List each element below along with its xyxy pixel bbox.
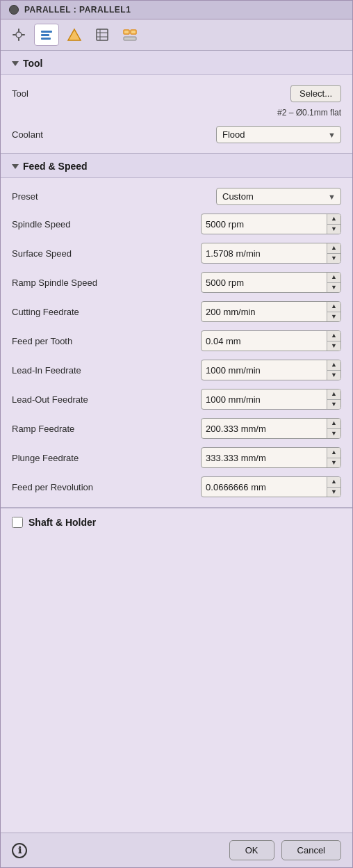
surface-speed-increment-button[interactable]: ▲ [327,243,340,254]
lead-in-feedrate-increment-button[interactable]: ▲ [327,360,340,371]
plunge-feedrate-spinbox-buttons: ▲ ▼ [327,448,340,467]
tool-select-button[interactable]: Select... [290,85,341,102]
feed-per-tooth-spinbox: ▲ ▼ [201,330,341,351]
footer: ℹ OK Cancel [1,833,352,867]
svg-rect-2 [18,38,19,41]
spindle-speed-increment-button[interactable]: ▲ [327,214,340,225]
window-close-icon[interactable] [9,5,19,15]
tab-passes[interactable] [34,24,59,46]
lead-out-feedrate-label: Lead-Out Feedrate [12,394,201,405]
ramp-feedrate-input[interactable] [202,421,327,437]
feed-per-revolution-control: ▲ ▼ [201,476,341,497]
spindle-speed-row: Spindle Speed ▲ ▼ [12,209,341,239]
ramp-spindle-speed-spinbox-buttons: ▲ ▼ [327,273,340,292]
ramp-spindle-speed-increment-button[interactable]: ▲ [327,273,340,283]
feed-per-revolution-row: Feed per Revolution ▲ ▼ [12,472,341,501]
spindle-speed-decrement-button[interactable]: ▼ [327,225,340,234]
tool-section-collapse-icon[interactable] [12,61,19,66]
tab-geometry[interactable] [62,24,87,46]
surface-speed-spinbox-buttons: ▲ ▼ [327,243,340,263]
tool-section-header: Tool [1,51,352,75]
feed-per-revolution-spinbox: ▲ ▼ [201,476,341,497]
surface-speed-spinbox: ▲ ▼ [201,243,341,264]
plunge-feedrate-decrement-button[interactable]: ▼ [327,458,340,468]
plunge-feedrate-control: ▲ ▼ [201,447,341,468]
lead-out-feedrate-spinbox-buttons: ▲ ▼ [327,389,340,409]
svg-rect-6 [41,34,49,36]
lead-out-feedrate-increment-button[interactable]: ▲ [327,389,340,400]
shaft-holder-section: Shaft & Holder [1,508,352,536]
feed-per-revolution-input[interactable] [202,479,327,495]
cancel-button[interactable]: Cancel [281,840,341,860]
lead-in-feedrate-input[interactable] [202,362,327,378]
plunge-feedrate-input[interactable] [202,450,327,466]
footer-buttons: OK Cancel [229,840,341,860]
feed-speed-body: Preset Custom Rough Finish ▼ Spindle Spe… [1,178,352,507]
feed-speed-section-title: Feed & Speed [23,161,88,172]
feed-per-tooth-increment-button[interactable]: ▲ [327,331,340,341]
coolant-select[interactable]: Flood Mist Through Tool Off [216,126,341,143]
ramp-spindle-speed-input[interactable] [202,275,327,291]
ramp-feedrate-decrement-button[interactable]: ▼ [327,429,340,439]
tab-tool[interactable] [6,24,31,46]
feed-per-tooth-decrement-button[interactable]: ▼ [327,341,340,351]
lead-out-feedrate-input[interactable] [202,392,327,408]
spindle-speed-control: ▲ ▼ [201,214,341,234]
plunge-feedrate-increment-button[interactable]: ▲ [327,448,340,458]
spindle-speed-label: Spindle Speed [12,219,201,230]
coolant-label: Coolant [12,129,216,140]
coolant-control: Flood Mist Through Tool Off ▼ [216,126,341,143]
ramp-feedrate-increment-button[interactable]: ▲ [327,419,340,429]
ramp-spindle-speed-label: Ramp Spindle Speed [12,278,201,288]
svg-point-0 [16,32,22,38]
ok-button[interactable]: OK [229,840,274,860]
preset-select[interactable]: Custom Rough Finish [216,188,341,205]
surface-speed-input[interactable] [202,246,327,262]
tab-linking[interactable] [117,24,142,46]
svg-rect-4 [22,34,25,35]
ramp-spindle-speed-control: ▲ ▼ [201,272,341,293]
cutting-feedrate-decrement-button[interactable]: ▼ [327,312,340,322]
svg-rect-1 [18,29,19,32]
feed-per-tooth-input[interactable] [202,333,327,349]
feed-per-revolution-spinbox-buttons: ▲ ▼ [327,477,340,497]
preset-control: Custom Rough Finish ▼ [216,188,341,205]
lead-in-feedrate-decrement-button[interactable]: ▼ [327,371,340,380]
feed-per-revolution-decrement-button[interactable]: ▼ [327,488,340,497]
svg-rect-13 [124,30,129,34]
tool-row: Tool Select... [12,81,341,106]
preset-label: Preset [12,191,216,202]
svg-rect-3 [13,34,16,35]
ramp-spindle-speed-spinbox: ▲ ▼ [201,272,341,293]
title-bar: PARALLEL : PARALLEL1 [1,1,352,19]
cutting-feedrate-input[interactable] [202,304,327,320]
feed-per-tooth-row: Feed per Tooth ▲ ▼ [12,326,341,355]
lead-out-feedrate-decrement-button[interactable]: ▼ [327,400,340,410]
ramp-feedrate-label: Ramp Feedrate [12,424,201,434]
feed-per-tooth-label: Feed per Tooth [12,336,201,346]
ramp-feedrate-control: ▲ ▼ [201,418,341,439]
svg-rect-15 [124,37,136,40]
svg-rect-7 [41,38,51,40]
feed-per-tooth-control: ▲ ▼ [201,330,341,351]
spindle-speed-input[interactable] [202,216,327,232]
spacer [1,536,352,833]
coolant-row: Coolant Flood Mist Through Tool Off ▼ [12,122,341,147]
feed-speed-collapse-icon[interactable] [12,164,19,169]
shaft-holder-checkbox[interactable] [12,517,23,528]
cutting-feedrate-spinbox-buttons: ▲ ▼ [327,302,340,321]
lead-out-feedrate-spinbox: ▲ ▼ [201,389,341,410]
cutting-feedrate-spinbox: ▲ ▼ [201,301,341,322]
feed-per-revolution-increment-button[interactable]: ▲ [327,477,340,488]
spindle-speed-spinbox-buttons: ▲ ▼ [327,214,340,234]
ramp-spindle-speed-decrement-button[interactable]: ▼ [327,283,340,293]
surface-speed-decrement-button[interactable]: ▼ [327,254,340,264]
lead-in-feedrate-row: Lead-In Feedrate ▲ ▼ [12,355,341,385]
feed-per-tooth-spinbox-buttons: ▲ ▼ [327,331,340,351]
cutting-feedrate-increment-button[interactable]: ▲ [327,302,340,312]
lead-in-feedrate-label: Lead-In Feedrate [12,365,201,376]
tab-heights[interactable] [90,24,115,46]
info-icon[interactable]: ℹ [12,843,27,858]
lead-in-feedrate-control: ▲ ▼ [201,360,341,380]
ramp-feedrate-row: Ramp Feedrate ▲ ▼ [12,414,341,443]
